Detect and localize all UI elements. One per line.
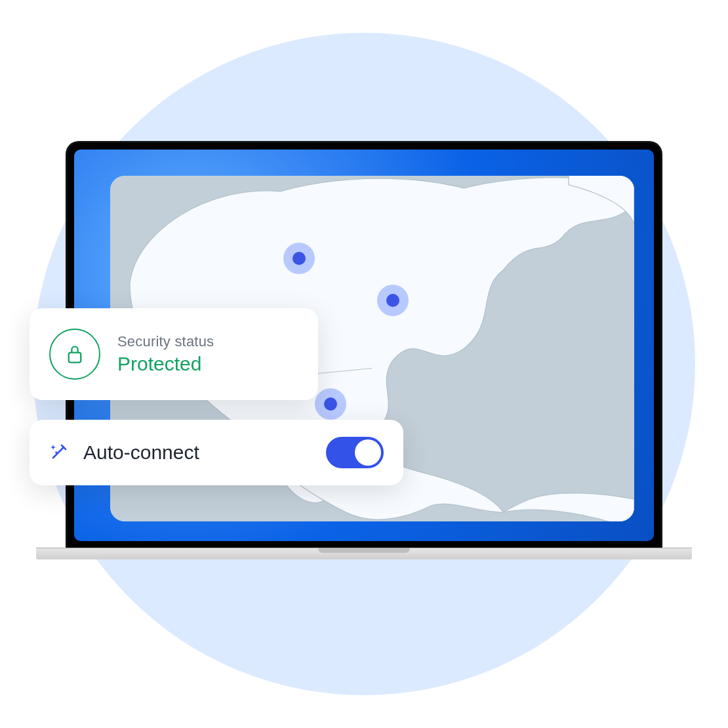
lock-icon — [49, 329, 100, 380]
security-status-value: Protected — [117, 353, 214, 375]
svg-rect-1 — [69, 353, 81, 363]
laptop-base — [36, 548, 692, 559]
security-status-text: Security status Protected — [117, 333, 214, 375]
auto-connect-label: Auto-connect — [83, 441, 313, 464]
marker-east[interactable] — [377, 285, 409, 316]
security-status-title: Security status — [117, 333, 214, 350]
security-status-card: Security status Protected — [30, 308, 318, 400]
auto-connect-toggle[interactable] — [326, 437, 384, 468]
marker-south[interactable] — [315, 388, 346, 420]
marker-north[interactable] — [283, 243, 315, 274]
auto-connect-card: Auto-connect — [30, 420, 403, 485]
wand-icon — [49, 441, 70, 464]
